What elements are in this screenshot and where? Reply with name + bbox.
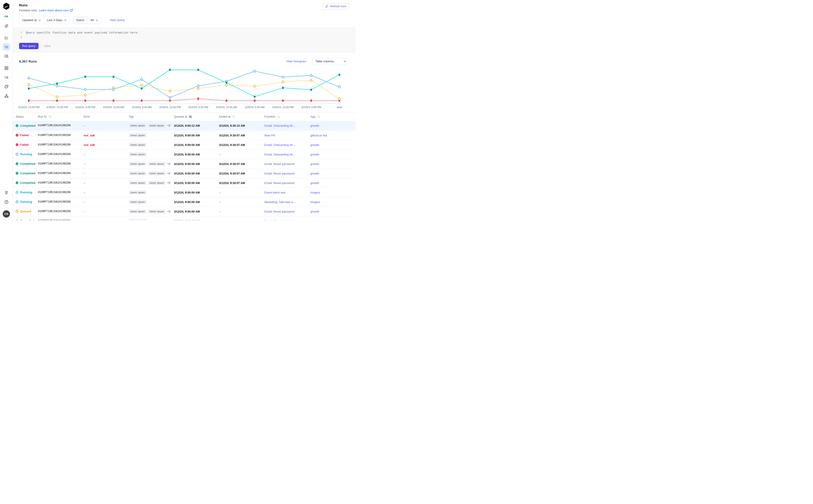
data-point[interactable] (254, 70, 255, 72)
data-point[interactable] (28, 87, 30, 90)
data-point[interactable] (254, 95, 255, 98)
table-row[interactable]: Completed 01HRPT19RJSA1019B2GN – lorem: … (13, 121, 355, 130)
function-link[interactable]: Email: Reset password (264, 210, 294, 213)
tag-overflow-count[interactable]: +2 (167, 181, 170, 184)
environment-badge[interactable]: PR (3, 13, 10, 20)
app-link[interactable]: growth (310, 219, 319, 221)
data-point[interactable] (28, 77, 30, 79)
data-point[interactable] (254, 99, 255, 102)
sidebar-item-webhooks[interactable] (3, 92, 10, 99)
data-point[interactable] (28, 99, 30, 102)
sidebar-item-apps[interactable] (3, 64, 10, 72)
function-link[interactable]: Email: Onboarding dri… (264, 219, 296, 221)
tag-overflow-count[interactable]: +2 (167, 172, 170, 175)
table-row[interactable]: Queued 01HRPT19RJSA1019B2GN – lorem: ips… (13, 206, 355, 216)
function-link[interactable]: Email: Reset password (264, 181, 294, 185)
sidebar-item-event-search[interactable] (3, 53, 10, 60)
column-header-function[interactable]: Function (264, 115, 310, 118)
refresh-runs-button[interactable]: Refresh runs (322, 3, 349, 10)
app-link[interactable]: Inngest (310, 200, 320, 204)
data-point[interactable] (310, 79, 312, 81)
app-link[interactable]: growth (310, 172, 319, 175)
table-row[interactable]: Cancelled 01HRPT19RJSA1019B2GN – lorem: … (13, 216, 355, 220)
table-row[interactable]: Failed 01HRPT19RJSA1019B2GN not_sdk lore… (13, 140, 355, 149)
data-point[interactable] (254, 85, 255, 87)
data-point[interactable] (56, 99, 58, 102)
function-link[interactable]: Email: Onboarding dri… (264, 153, 296, 156)
sidebar-item-runs[interactable] (3, 43, 10, 51)
function-link[interactable]: Email: Onboarding dri… (264, 143, 296, 147)
app-link[interactable]: growth (310, 162, 319, 166)
app-link[interactable]: github-pr-bot (310, 134, 327, 137)
column-header-run-id[interactable]: Run ID (38, 115, 84, 118)
learn-more-link[interactable]: Learn more about runs (39, 9, 73, 12)
sidebar-item-dev-server[interactable] (3, 189, 10, 196)
data-point[interactable] (225, 99, 227, 102)
table-row[interactable]: Running 01HRPT19RJSA1019B2GN – lorem: ip… (13, 197, 355, 206)
data-point[interactable] (338, 86, 340, 88)
app-link[interactable]: growth (310, 153, 319, 156)
function-link[interactable]: Event batch test (264, 191, 285, 194)
data-point[interactable] (282, 87, 284, 89)
data-point[interactable] (282, 81, 284, 83)
data-point[interactable] (338, 74, 340, 76)
app-link[interactable]: growth (310, 210, 319, 213)
data-point[interactable] (84, 99, 86, 102)
data-point[interactable] (56, 82, 58, 85)
data-point[interactable] (56, 96, 58, 98)
function-link[interactable]: Marketing: Add new si… (264, 200, 296, 204)
hide-histogram-link[interactable]: Hide histogram (286, 60, 306, 63)
column-header-ended-at[interactable]: Ended at (219, 115, 264, 118)
sidebar-item-functions[interactable] (3, 74, 10, 81)
query-editor[interactable]: 1 2 Query specific function data and eve… (19, 30, 349, 40)
tag-overflow-count[interactable]: +2 (167, 124, 170, 127)
data-point[interactable] (169, 90, 171, 92)
function-link[interactable]: New PR (264, 134, 275, 137)
table-row[interactable]: Completed 01HRPT19RJSA1019B2GN – lorem: … (13, 168, 355, 178)
data-point[interactable] (141, 78, 143, 80)
inngest-logo-icon[interactable] (2, 2, 11, 11)
user-avatar[interactable]: CN (3, 210, 10, 218)
status-filter-dropdown[interactable]: All (87, 16, 101, 24)
tag-overflow-count[interactable]: +2 (167, 210, 170, 213)
data-point[interactable] (112, 75, 114, 78)
sidebar-item-events[interactable] (3, 83, 10, 90)
app-link[interactable]: growth (310, 124, 319, 127)
data-point[interactable] (84, 88, 86, 91)
sort-field-dropdown[interactable]: Updated at (19, 16, 44, 24)
data-point[interactable] (197, 85, 199, 87)
data-point[interactable] (310, 74, 312, 77)
data-point[interactable] (141, 87, 143, 90)
data-point[interactable] (225, 81, 227, 84)
data-point[interactable] (169, 97, 171, 99)
sidebar-item-settings[interactable] (3, 22, 10, 29)
app-link[interactable]: Inngest (310, 191, 320, 194)
data-point[interactable] (112, 99, 114, 102)
time-range-dropdown[interactable]: Last 3 Days (44, 16, 70, 24)
data-point[interactable] (84, 75, 86, 78)
sidebar-item-metrics[interactable] (3, 34, 10, 41)
column-header-queued-at[interactable]: Queued at (174, 115, 219, 118)
data-point[interactable] (169, 99, 171, 102)
app-link[interactable]: growth (310, 143, 319, 147)
data-point[interactable] (141, 99, 143, 102)
data-point[interactable] (310, 89, 312, 91)
data-point[interactable] (197, 97, 199, 100)
function-link[interactable]: Email: Onboarding dri… (264, 124, 296, 127)
table-row[interactable]: Running 01HRPT19RJSA1019B2GN – lorem: ip… (13, 187, 355, 197)
data-point[interactable] (282, 76, 284, 78)
column-header-app[interactable]: App (310, 115, 355, 118)
hide-query-link[interactable]: Hide Query (110, 18, 125, 22)
data-point[interactable] (310, 99, 312, 102)
table-row[interactable]: Completed 01HRPT19RJSA1019B2GN – lorem: … (13, 159, 355, 168)
function-link[interactable]: Email: Reset password (264, 162, 294, 166)
data-point[interactable] (141, 84, 143, 86)
data-point[interactable] (28, 83, 30, 86)
table-row[interactable]: Failed 01HRPT19RJSA1019B2GN not_sdk lore… (13, 130, 355, 140)
data-point[interactable] (282, 99, 284, 102)
data-point[interactable] (197, 87, 199, 90)
function-link[interactable]: Email: Reset password (264, 172, 294, 175)
data-point[interactable] (338, 98, 340, 100)
app-link[interactable]: growth (310, 181, 319, 185)
clear-query-button[interactable]: Clear (44, 44, 51, 48)
